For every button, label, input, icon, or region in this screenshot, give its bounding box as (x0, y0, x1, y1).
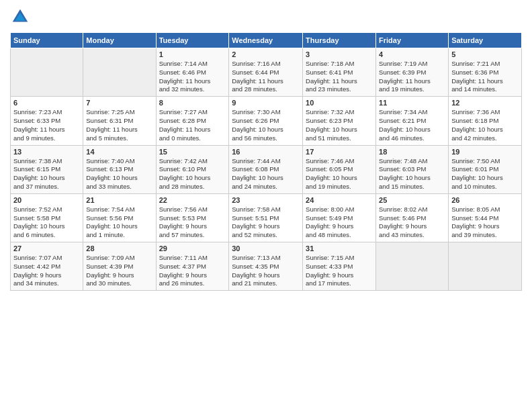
calendar-cell (449, 242, 522, 291)
day-header-wednesday: Wednesday (229, 33, 303, 48)
calendar-cell: 6Sunrise: 7:23 AM Sunset: 6:33 PM Daylig… (11, 97, 83, 145)
day-number: 13 (13, 148, 80, 156)
day-number: 30 (232, 244, 300, 253)
day-info: Sunrise: 7:13 AM Sunset: 4:35 PM Dayligh… (232, 254, 300, 288)
day-info: Sunrise: 7:52 AM Sunset: 5:58 PM Dayligh… (13, 205, 80, 240)
calendar-week-row: 27Sunrise: 7:07 AM Sunset: 4:42 PM Dayli… (11, 242, 522, 291)
day-info: Sunrise: 7:42 AM Sunset: 6:10 PM Dayligh… (159, 157, 226, 191)
calendar-cell: 10Sunrise: 7:32 AM Sunset: 6:23 PM Dayli… (303, 97, 376, 145)
calendar-cell: 29Sunrise: 7:11 AM Sunset: 4:37 PM Dayli… (156, 242, 229, 291)
day-number: 24 (306, 196, 373, 204)
day-number: 17 (306, 148, 373, 156)
calendar-cell: 16Sunrise: 7:44 AM Sunset: 6:08 PM Dayli… (229, 145, 303, 193)
calendar-cell: 15Sunrise: 7:42 AM Sunset: 6:10 PM Dayli… (156, 145, 229, 193)
calendar-cell: 20Sunrise: 7:52 AM Sunset: 5:58 PM Dayli… (11, 193, 83, 242)
calendar-cell: 18Sunrise: 7:48 AM Sunset: 6:03 PM Dayli… (376, 145, 449, 193)
calendar-week-row: 13Sunrise: 7:38 AM Sunset: 6:15 PM Dayli… (11, 145, 522, 193)
day-info: Sunrise: 7:16 AM Sunset: 6:44 PM Dayligh… (232, 60, 300, 94)
day-number: 22 (159, 196, 226, 204)
day-info: Sunrise: 7:58 AM Sunset: 5:51 PM Dayligh… (232, 205, 300, 240)
day-info: Sunrise: 7:44 AM Sunset: 6:08 PM Dayligh… (232, 157, 300, 191)
day-info: Sunrise: 7:46 AM Sunset: 6:05 PM Dayligh… (306, 157, 373, 191)
day-number: 14 (86, 148, 152, 156)
calendar-cell: 2Sunrise: 7:16 AM Sunset: 6:44 PM Daylig… (229, 48, 303, 97)
day-number: 5 (451, 50, 519, 58)
day-info: Sunrise: 7:09 AM Sunset: 4:39 PM Dayligh… (86, 254, 152, 288)
calendar-cell: 5Sunrise: 7:21 AM Sunset: 6:36 PM Daylig… (449, 48, 522, 97)
calendar-cell: 30Sunrise: 7:13 AM Sunset: 4:35 PM Dayli… (229, 242, 303, 291)
day-info: Sunrise: 7:11 AM Sunset: 4:37 PM Dayligh… (159, 254, 226, 288)
day-info: Sunrise: 7:21 AM Sunset: 6:36 PM Dayligh… (451, 60, 519, 94)
calendar-header-row: SundayMondayTuesdayWednesdayThursdayFrid… (11, 33, 522, 48)
day-info: Sunrise: 7:34 AM Sunset: 6:21 PM Dayligh… (379, 108, 445, 142)
calendar-cell: 13Sunrise: 7:38 AM Sunset: 6:15 PM Dayli… (11, 145, 83, 193)
day-info: Sunrise: 7:32 AM Sunset: 6:23 PM Dayligh… (306, 108, 373, 142)
day-number: 2 (232, 50, 300, 58)
calendar-cell (11, 48, 83, 97)
day-number: 9 (232, 99, 300, 107)
day-info: Sunrise: 7:14 AM Sunset: 6:46 PM Dayligh… (159, 60, 226, 94)
header (10, 7, 522, 27)
day-number: 16 (232, 148, 300, 156)
day-number: 1 (159, 50, 226, 58)
day-info: Sunrise: 7:50 AM Sunset: 6:01 PM Dayligh… (451, 157, 519, 191)
calendar-cell: 9Sunrise: 7:30 AM Sunset: 6:26 PM Daylig… (229, 97, 303, 145)
day-header-monday: Monday (83, 33, 156, 48)
day-info: Sunrise: 7:38 AM Sunset: 6:15 PM Dayligh… (13, 157, 80, 191)
day-header-friday: Friday (376, 33, 449, 48)
logo (10, 7, 33, 27)
calendar-cell: 26Sunrise: 8:05 AM Sunset: 5:44 PM Dayli… (449, 193, 522, 242)
day-number: 29 (159, 244, 226, 253)
day-info: Sunrise: 7:23 AM Sunset: 6:33 PM Dayligh… (13, 108, 80, 142)
day-number: 26 (451, 196, 519, 204)
day-info: Sunrise: 8:02 AM Sunset: 5:46 PM Dayligh… (379, 205, 445, 240)
day-header-thursday: Thursday (303, 33, 376, 48)
day-number: 15 (159, 148, 226, 156)
calendar-cell: 28Sunrise: 7:09 AM Sunset: 4:39 PM Dayli… (83, 242, 156, 291)
day-info: Sunrise: 7:30 AM Sunset: 6:26 PM Dayligh… (232, 108, 300, 142)
calendar-cell: 19Sunrise: 7:50 AM Sunset: 6:01 PM Dayli… (449, 145, 522, 193)
day-info: Sunrise: 7:15 AM Sunset: 4:33 PM Dayligh… (306, 254, 373, 288)
day-number: 12 (451, 99, 519, 107)
calendar-week-row: 20Sunrise: 7:52 AM Sunset: 5:58 PM Dayli… (11, 193, 522, 242)
calendar-cell: 23Sunrise: 7:58 AM Sunset: 5:51 PM Dayli… (229, 193, 303, 242)
day-number: 19 (451, 148, 519, 156)
calendar-cell: 8Sunrise: 7:27 AM Sunset: 6:28 PM Daylig… (156, 97, 229, 145)
logo-icon (10, 7, 30, 27)
calendar-week-row: 6Sunrise: 7:23 AM Sunset: 6:33 PM Daylig… (11, 97, 522, 145)
day-number: 20 (13, 196, 80, 204)
calendar-cell: 31Sunrise: 7:15 AM Sunset: 4:33 PM Dayli… (303, 242, 376, 291)
day-number: 21 (86, 196, 152, 204)
calendar-week-row: 1Sunrise: 7:14 AM Sunset: 6:46 PM Daylig… (11, 48, 522, 97)
calendar-cell: 14Sunrise: 7:40 AM Sunset: 6:13 PM Dayli… (83, 145, 156, 193)
calendar-cell (83, 48, 156, 97)
day-info: Sunrise: 7:07 AM Sunset: 4:42 PM Dayligh… (13, 254, 80, 288)
day-info: Sunrise: 7:19 AM Sunset: 6:39 PM Dayligh… (379, 60, 445, 94)
day-info: Sunrise: 7:48 AM Sunset: 6:03 PM Dayligh… (379, 157, 445, 191)
calendar-table: SundayMondayTuesdayWednesdayThursdayFrid… (10, 32, 522, 291)
day-header-tuesday: Tuesday (156, 33, 229, 48)
day-number: 23 (232, 196, 300, 204)
calendar-cell: 17Sunrise: 7:46 AM Sunset: 6:05 PM Dayli… (303, 145, 376, 193)
day-info: Sunrise: 8:05 AM Sunset: 5:44 PM Dayligh… (451, 205, 519, 240)
calendar-cell: 1Sunrise: 7:14 AM Sunset: 6:46 PM Daylig… (156, 48, 229, 97)
calendar-cell (376, 242, 449, 291)
calendar-cell: 3Sunrise: 7:18 AM Sunset: 6:41 PM Daylig… (303, 48, 376, 97)
day-info: Sunrise: 7:40 AM Sunset: 6:13 PM Dayligh… (86, 157, 152, 191)
day-info: Sunrise: 8:00 AM Sunset: 5:49 PM Dayligh… (306, 205, 373, 240)
day-number: 8 (159, 99, 226, 107)
day-number: 3 (306, 50, 373, 58)
day-info: Sunrise: 7:18 AM Sunset: 6:41 PM Dayligh… (306, 60, 373, 94)
calendar-cell: 22Sunrise: 7:56 AM Sunset: 5:53 PM Dayli… (156, 193, 229, 242)
calendar-cell: 27Sunrise: 7:07 AM Sunset: 4:42 PM Dayli… (11, 242, 83, 291)
calendar-cell: 21Sunrise: 7:54 AM Sunset: 5:56 PM Dayli… (83, 193, 156, 242)
day-number: 10 (306, 99, 373, 107)
day-info: Sunrise: 7:54 AM Sunset: 5:56 PM Dayligh… (86, 205, 152, 240)
day-number: 31 (306, 244, 373, 253)
day-header-sunday: Sunday (11, 33, 83, 48)
calendar-cell: 4Sunrise: 7:19 AM Sunset: 6:39 PM Daylig… (376, 48, 449, 97)
day-number: 28 (86, 244, 152, 253)
calendar-cell: 24Sunrise: 8:00 AM Sunset: 5:49 PM Dayli… (303, 193, 376, 242)
day-info: Sunrise: 7:56 AM Sunset: 5:53 PM Dayligh… (159, 205, 226, 240)
day-info: Sunrise: 7:25 AM Sunset: 6:31 PM Dayligh… (86, 108, 152, 142)
